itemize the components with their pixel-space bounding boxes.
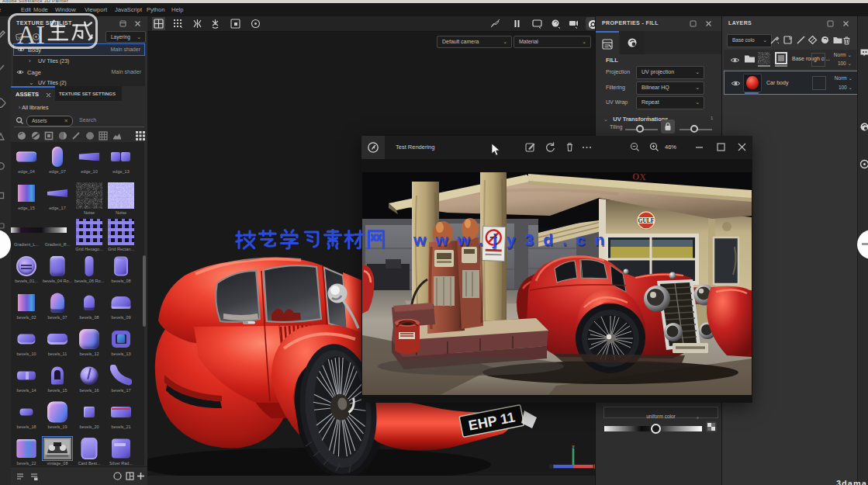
- asset-item[interactable]: bevels_11: [42, 328, 73, 361]
- asset-item[interactable]: bevels_10: [11, 328, 42, 361]
- layer-opacity[interactable]: 100 ⌄: [838, 61, 852, 67]
- asset-thumbnail-wedge[interactable]: [78, 146, 100, 168]
- tab-fill-properties[interactable]: [596, 31, 619, 56]
- menu-window[interactable]: Window: [55, 6, 76, 13]
- layer-blend-mode[interactable]: Norm ⌄: [834, 52, 852, 58]
- smart-materials-filter-icon[interactable]: [30, 130, 41, 141]
- asset-thumbnail-pill-band[interactable]: [16, 365, 37, 386]
- search-underline[interactable]: [14, 126, 144, 127]
- filter-chip-close-icon[interactable]: ✕: [64, 118, 68, 124]
- tiling-lock-button[interactable]: [661, 120, 675, 133]
- asset-thumbnail-pill-v[interactable]: [47, 146, 68, 168]
- menu-python[interactable]: Python: [147, 6, 164, 13]
- asset-thumbnail-pill-s[interactable]: [16, 401, 37, 423]
- projection-tool-icon[interactable]: [0, 97, 6, 108]
- add-effect-icon[interactable]: [769, 35, 780, 45]
- filters-filter-icon[interactable]: [57, 130, 68, 141]
- tiling-slider-left-handle[interactable]: [636, 125, 644, 133]
- layer-mask-thumbnail[interactable]: [775, 52, 787, 64]
- eraser-tool-icon[interactable]: [0, 63, 6, 74]
- close-window-icon[interactable]: [736, 141, 748, 153]
- asset-item[interactable]: Noise: [74, 182, 105, 215]
- asset-item[interactable]: bevels_15: [42, 365, 73, 397]
- layer-content-thumbnail[interactable]: [758, 52, 770, 64]
- collapse-all-icon[interactable]: [15, 32, 25, 42]
- zoom-in-icon[interactable]: [648, 141, 660, 153]
- texture-set-sort-dropdown[interactable]: Layering ⌄: [105, 31, 146, 43]
- channel-dropdown[interactable]: Base colo ⌄: [727, 34, 772, 47]
- asset-item[interactable]: Noise: [105, 182, 137, 215]
- prop-dropdown-uv-wrap[interactable]: Repeat⌄: [636, 96, 704, 109]
- list-view-icon[interactable]: [16, 472, 25, 481]
- alphas-filter-icon[interactable]: [85, 130, 95, 141]
- asset-thumbnail-btn-low[interactable]: [16, 328, 37, 350]
- asset-thumbnail-rrect-d[interactable]: [110, 255, 132, 277]
- menu-edit[interactable]: Edit: [21, 6, 31, 13]
- asset-thumbnail-disc-lines[interactable]: [16, 255, 37, 277]
- close-icon[interactable]: [133, 19, 142, 28]
- menu-help[interactable]: Help: [171, 6, 183, 13]
- visibility-eye-icon[interactable]: [730, 57, 740, 64]
- tab-material-properties[interactable]: [621, 31, 644, 54]
- properties-header[interactable]: PROPERTIES - FILL: [596, 16, 722, 31]
- asset-thumbnail-arch-dark[interactable]: [47, 365, 68, 386]
- asset-item[interactable]: edge_17: [42, 182, 73, 215]
- history-dock-icon[interactable]: [859, 159, 868, 169]
- uv-tiles-row[interactable]: ›UV Tiles (23): [13, 56, 145, 67]
- asset-thumbnail-pill-n[interactable]: [78, 255, 100, 277]
- texture-set-row[interactable]: BodyMain shader: [13, 43, 145, 56]
- textures-filter-icon[interactable]: [98, 130, 109, 141]
- asset-item[interactable]: bevels_06 Ro...: [74, 255, 105, 288]
- asset-item[interactable]: bevels_07: [42, 292, 73, 324]
- asset-thumbnail-ring[interactable]: [110, 328, 132, 350]
- asset-thumbnail-waffle[interactable]: [76, 219, 102, 245]
- asset-item[interactable]: Silver Rad...: [105, 438, 137, 466]
- asset-item[interactable]: bevels_13: [105, 328, 137, 361]
- asset-item[interactable]: vintage_08: [42, 438, 73, 466]
- asset-thumbnail-dome-w[interactable]: [110, 292, 132, 314]
- tiling-slider-right-handle[interactable]: [690, 125, 698, 133]
- asset-item[interactable]: Gradient_L...: [11, 219, 42, 251]
- asset-item[interactable]: bevels_01...: [11, 255, 42, 288]
- render-window-titlebar[interactable]: Test Rendering 46%: [361, 136, 752, 159]
- asset-thumbnail-fold[interactable]: [16, 182, 37, 204]
- asset-thumbnail-arch[interactable]: [47, 292, 68, 314]
- asset-thumbnail-sphere[interactable]: [78, 365, 100, 386]
- polygon-fill-tool-icon[interactable]: [0, 131, 6, 142]
- texture-set-list-header[interactable]: TEXTURE SET LIST: [11, 16, 147, 31]
- asset-thumbnail-fold[interactable]: [16, 292, 37, 314]
- refresh-render-icon[interactable]: [545, 141, 556, 153]
- asset-item[interactable]: bevels_14: [11, 365, 42, 397]
- asset-thumbnail-big-round[interactable]: [47, 401, 68, 423]
- shader-settings-dock-icon[interactable]: [859, 122, 868, 132]
- asset-thumbnail-cube[interactable]: [16, 438, 37, 459]
- undock-icon[interactable]: [119, 19, 127, 28]
- asset-item[interactable]: Gradient_R...: [42, 219, 73, 251]
- asset-item[interactable]: bevels_21: [105, 401, 137, 434]
- undock-icon[interactable]: [826, 19, 835, 28]
- tab-assets[interactable]: ASSETS: [11, 86, 55, 102]
- visibility-eye-icon[interactable]: [17, 47, 25, 53]
- layer-opacity[interactable]: 100 ⌄: [839, 85, 852, 91]
- asset-thumbnail-waffle[interactable]: [108, 219, 134, 245]
- asset-thumbnail-swoosh[interactable]: [110, 365, 132, 386]
- asset-item[interactable]: bevels_02: [11, 292, 42, 324]
- menu-javascript[interactable]: JavaScript: [115, 6, 142, 13]
- layer-blend-mode[interactable]: Norm ⌄: [835, 75, 852, 81]
- visibility-eye-icon[interactable]: [16, 69, 24, 75]
- layers-header[interactable]: LAYERS: [722, 16, 858, 31]
- display-settings-dock-icon[interactable]: [859, 47, 868, 57]
- environments-filter-icon[interactable]: [112, 130, 123, 141]
- asset-item[interactable]: bevels_16: [74, 365, 105, 397]
- all-libraries-row[interactable]: › All libraries: [19, 105, 49, 110]
- asset-item[interactable]: bevels_08: [105, 255, 137, 288]
- uv-transformations-row[interactable]: ⌄ UV Transformations: [603, 110, 669, 124]
- uniform-color-row[interactable]: uniform color: [603, 407, 718, 418]
- assets-filter-chip[interactable]: Assets ✕: [26, 116, 73, 126]
- asset-item[interactable]: bevels_17: [105, 365, 137, 397]
- asset-thumbnail-arch-s[interactable]: [78, 292, 100, 314]
- expand-all-icon[interactable]: [31, 32, 41, 42]
- asset-item[interactable]: edge_13: [105, 146, 137, 178]
- asset-item[interactable]: bevels_04 Ro...: [42, 255, 73, 288]
- asset-item[interactable]: bevels_19: [42, 401, 73, 434]
